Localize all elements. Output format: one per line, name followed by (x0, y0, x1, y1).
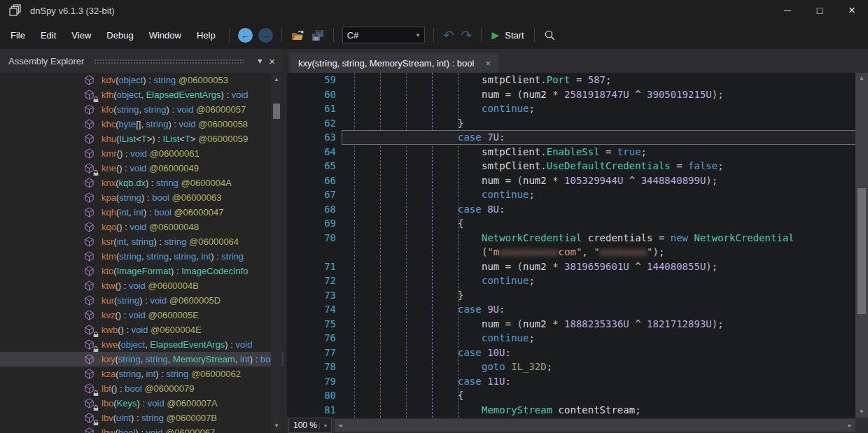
language-select[interactable]: C# ▾ (342, 27, 425, 43)
code-line-70[interactable]: 70NetworkCredential credentials = new Ne… (287, 231, 868, 246)
tree-item-kur[interactable]: kur(string) : void @0600005D (0, 293, 284, 308)
scrollbar-down-button[interactable]: ▼ (855, 406, 868, 418)
tree-item-lbo[interactable]: lbo(Keys) : void @0600007A (0, 396, 284, 411)
method-icon-wrap (84, 104, 95, 115)
tree-item-ktw[interactable]: ktw() : void @0600004B (0, 278, 284, 293)
editor-scrollbar-thumb[interactable] (858, 188, 866, 314)
code-line-77[interactable]: 77case 10U: (287, 346, 868, 360)
code-line-60[interactable]: 60num = (num2 * 2581918747U ^ 3905019215… (287, 87, 868, 102)
tree-scrollbar-thumb[interactable] (273, 104, 280, 119)
tree-item-kfh[interactable]: kfh(object, ElapsedEventArgs) : void (0, 87, 284, 102)
code-line-67[interactable]: 67continue; (287, 187, 868, 202)
code-line-81[interactable]: 81MemoryStream contentStream; (287, 403, 868, 418)
tree-item-khu[interactable]: khu(IList<T>) : IList<T> @06000059 (0, 132, 284, 146)
tree-item-khc[interactable]: khc(byte[], string) : void @06000058 (0, 117, 284, 132)
menu-file[interactable]: File (3, 27, 33, 43)
panel-close-button[interactable]: × (269, 55, 275, 67)
panel-dropdown-button[interactable]: ▾ (258, 56, 262, 66)
tree-item-kvz[interactable]: kvz() : void @0600005E (0, 308, 284, 322)
method-icon-wrap (84, 222, 95, 233)
tree-item-kne[interactable]: kne() : void @06000049 (0, 161, 284, 176)
scrollbar-up-button[interactable]: ▲ (855, 73, 868, 84)
tree-item-kpa[interactable]: kpa(string) : bool @06000063 (0, 190, 284, 205)
code-line-74[interactable]: 74case 9U: (287, 302, 868, 317)
redo-button[interactable]: ↷ (461, 29, 472, 42)
maximize-button[interactable]: □ (804, 0, 836, 21)
code-line-68[interactable]: 68case 8U: (287, 202, 868, 217)
code-line-69[interactable]: 69{ (287, 216, 868, 231)
tree-item-kqo[interactable]: kqo() : void @06000048 (0, 220, 284, 234)
code-line-71[interactable]: 71num = (num2 * 3819659601U ^ 144080855U… (287, 260, 868, 274)
tree-item-kwb[interactable]: kwb() : void @0600004E (0, 322, 284, 337)
chevron-down-icon[interactable]: ▾ (319, 423, 331, 429)
panel-title: Assembly Explorer (8, 56, 84, 66)
menu-help[interactable]: Help (189, 27, 223, 43)
zoom-select[interactable]: 100 % ▾ (288, 418, 332, 433)
menu-window[interactable]: Window (141, 27, 189, 43)
code-line-75[interactable]: 75num = (num2 * 1888235336U ^ 1821712893… (287, 317, 868, 332)
panel-drag-grip[interactable] (94, 59, 244, 65)
code-line-78[interactable]: 78goto IL_32D; (287, 360, 868, 374)
scrollbar-left-button[interactable]: ◄ (335, 423, 346, 429)
tree-item-ksr[interactable]: ksr(int, string) : string @06000064 (0, 234, 284, 249)
code-line-62[interactable]: 62} (287, 116, 868, 131)
code-line-64[interactable]: 64smtpClient.EnableSsl = true; (287, 145, 868, 159)
undo-button[interactable]: ↶ (443, 29, 454, 42)
scrollbar-up-button[interactable]: ▲ (271, 74, 282, 85)
chevron-down-icon[interactable]: ▾ (412, 31, 424, 38)
tree-item-kza[interactable]: kza(string, int) : string @06000062 (0, 367, 284, 381)
code-line-63[interactable]: 63case 7U: (287, 130, 868, 145)
search-button[interactable] (544, 29, 556, 41)
tree-item-kfo[interactable]: kfo(string, string) : void @06000057 (0, 102, 284, 117)
tree-item-knx[interactable]: knx(kqb.dx) : string @0600004A (0, 176, 284, 190)
open-file-button[interactable] (291, 29, 304, 41)
document-tab[interactable]: kxy(string, string, MemoryStream, int) :… (290, 53, 498, 73)
tree-item-kto[interactable]: kto(ImageFormat) : ImageCodecInfo (0, 264, 284, 278)
tree-item-ktm[interactable]: ktm(string, string, string, int) : strin… (0, 249, 284, 264)
code-line-66[interactable]: 66num = (num2 * 105329944U ^ 3448840899U… (287, 173, 868, 188)
method-icon (84, 222, 94, 232)
tab-close-icon[interactable]: × (485, 58, 491, 69)
code-line-79[interactable]: 79case 11U: (287, 374, 868, 389)
editor-vertical-scrollbar[interactable]: ▲ ▼ (855, 73, 868, 418)
tree-item-lbf[interactable]: lbf() : bool @06000079 (0, 381, 284, 396)
code-line-80[interactable]: 80{ (287, 388, 868, 403)
editor-horizontal-scrollbar[interactable]: ◄ ► (335, 419, 855, 432)
save-all-button[interactable] (312, 29, 324, 41)
code-text: } (342, 116, 868, 131)
tree-item-kxy[interactable]: kxy(string, string, MemoryStream, int) :… (0, 352, 284, 367)
code-line-wrap[interactable]: ("mxxxxxxxxxxcom", "xxxxxxxx"); (287, 245, 868, 260)
line-number: 67 (287, 187, 342, 202)
tree-scrollbar[interactable]: ▲ ▼ (271, 74, 282, 432)
method-icon (84, 104, 94, 115)
menu-debug[interactable]: Debug (99, 27, 141, 43)
tree-item-lbw[interactable]: lbw(bool) : void @06000067 (0, 425, 284, 433)
code-view[interactable]: 59smtpClient.Port = 587;60num = (num2 * … (287, 73, 868, 418)
scrollbar-right-button[interactable]: ► (844, 423, 855, 429)
code-line-72[interactable]: 72continue; (287, 274, 868, 288)
start-button[interactable]: ▶ Start (491, 29, 524, 41)
code-line-65[interactable]: 65smtpClient.UseDefaultCredentials = fal… (287, 159, 868, 173)
code-text: continue; (342, 101, 868, 116)
tree-item-kmr[interactable]: kmr() : void @06000061 (0, 146, 284, 161)
code-line-61[interactable]: 61continue; (287, 101, 868, 116)
forward-arrow-icon: → (261, 31, 270, 40)
method-icon (84, 281, 94, 291)
scrollbar-down-button[interactable]: ▼ (271, 420, 282, 432)
close-button[interactable]: × (836, 0, 868, 21)
line-number: 79 (287, 374, 342, 389)
tree-item-lbv[interactable]: lbv(uint) : string @0600007B (0, 411, 284, 425)
line-number: 70 (287, 231, 342, 246)
menu-edit[interactable]: Edit (33, 27, 64, 43)
code-line-76[interactable]: 76continue; (287, 331, 868, 346)
tree-item-kqh[interactable]: kqh(int, int) : bool @06000047 (0, 205, 284, 220)
menu-view[interactable]: View (64, 27, 99, 43)
navigate-back-button[interactable]: ← (238, 28, 253, 43)
minimize-button[interactable]: ─ (771, 0, 804, 21)
code-line-59[interactable]: 59smtpClient.Port = 587; (287, 73, 868, 87)
navigate-forward-button[interactable]: → (258, 28, 273, 43)
tree-item-kwe[interactable]: kwe(object, ElapsedEventArgs) : void (0, 337, 284, 352)
zoom-value: 100 % (289, 420, 319, 430)
tree-item-kdv[interactable]: kdv(object) : string @06000053 (0, 73, 284, 87)
code-line-73[interactable]: 73} (287, 288, 868, 303)
